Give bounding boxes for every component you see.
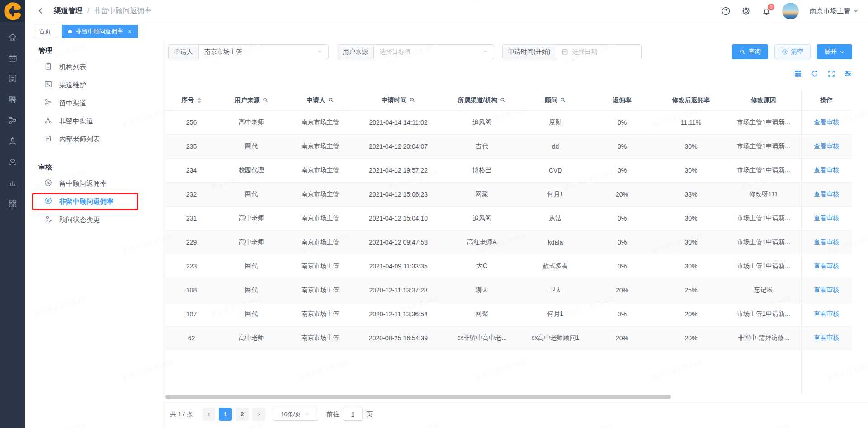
cell-consultant: 款式多看 — [523, 262, 588, 270]
sidebar-item-非留中顾问返佣率[interactable]: 非留中顾问返佣率 — [25, 193, 164, 211]
page-size-select[interactable]: 10条/页 — [273, 408, 318, 421]
chevron-down-icon — [317, 48, 323, 56]
logo-icon — [3, 2, 22, 21]
total-count: 共 17 条 — [170, 410, 193, 419]
clear-button[interactable]: 清空 — [774, 44, 811, 59]
goto-page-input[interactable] — [343, 408, 363, 421]
sidebar-item-机构列表[interactable]: 机构列表 — [25, 58, 164, 76]
column-header-applicant[interactable]: 申请人 — [285, 96, 355, 104]
avatar[interactable] — [782, 3, 799, 19]
cell-time: 2020-12-11 13:36:54 — [355, 310, 441, 318]
back-button[interactable] — [35, 5, 47, 17]
help-icon[interactable] — [721, 6, 731, 16]
cell-op: 查看审核 — [801, 142, 852, 151]
rail-item-home[interactable] — [0, 28, 25, 48]
fixed-column-divider — [801, 90, 802, 394]
prev-page-button[interactable] — [202, 408, 215, 421]
tab-current[interactable]: 非留中顾问返佣率 × — [62, 25, 138, 38]
cell-consultant: CVD — [523, 167, 588, 174]
rail-item-apps[interactable] — [0, 194, 25, 215]
column-header-time[interactable]: 申请时间 — [355, 96, 441, 104]
sliders-icon[interactable] — [844, 70, 852, 78]
cell-seq: 229 — [165, 239, 217, 246]
applicant-select[interactable]: 南京市场主管 — [199, 45, 328, 59]
cell-time: 2021-04-12 15:06:23 — [355, 191, 441, 198]
search-icon — [500, 97, 506, 104]
cell-op: 查看审核 — [801, 310, 852, 318]
column-header-source[interactable]: 用户来源 — [217, 96, 285, 104]
search-button[interactable]: 查询 — [732, 44, 768, 59]
next-page-button[interactable] — [252, 408, 265, 421]
sidebar-item-顾问状态变更[interactable]: 顾问状态变更 — [25, 211, 164, 229]
cell-reason: 市场主管1申请新... — [726, 262, 801, 270]
share-nodes-icon — [8, 115, 18, 127]
view-audit-link[interactable]: 查看审核 — [814, 118, 839, 126]
cell-source: 校园代理 — [217, 166, 285, 174]
rail-item-form[interactable] — [0, 69, 25, 90]
gear-icon[interactable] — [741, 6, 751, 16]
cell-reason: 市场主管1申请新... — [726, 142, 801, 151]
cell-new_rate: 30% — [656, 215, 726, 222]
horizontal-scrollbar[interactable] — [165, 395, 671, 399]
rail-item-bar-chart[interactable] — [0, 173, 25, 194]
table-row: 62高中老师南京市场主管2020-08-25 16:54:39cx非留中高中老.… — [165, 326, 852, 350]
tab-close-icon[interactable]: × — [128, 28, 132, 34]
view-audit-link[interactable]: 查看审核 — [814, 310, 839, 317]
cell-new_rate: 25% — [656, 287, 726, 294]
view-audit-link[interactable]: 查看审核 — [814, 214, 839, 221]
rail-item-share-nodes[interactable] — [0, 111, 25, 132]
rail-item-teacher[interactable] — [0, 132, 25, 152]
cell-channel: 聊天 — [441, 286, 523, 294]
cell-new_rate: 11.11% — [656, 119, 726, 126]
page-button-1[interactable]: 1 — [219, 408, 232, 421]
user-menu[interactable]: 南京市场主管 — [810, 7, 858, 15]
view-audit-link[interactable]: 查看审核 — [814, 262, 839, 269]
expand-button[interactable]: 展开 — [817, 44, 852, 59]
breadcrumb-section[interactable]: 渠道管理 — [54, 6, 83, 16]
expand-icon[interactable] — [827, 70, 835, 78]
sidebar-item-label: 非留中顾问返佣率 — [59, 198, 113, 206]
view-audit-link[interactable]: 查看审核 — [814, 142, 839, 150]
cell-applicant: 南京市场主管 — [285, 214, 355, 222]
view-audit-link[interactable]: 查看审核 — [814, 238, 839, 245]
rail-item-care[interactable] — [0, 152, 25, 173]
source-select[interactable]: 选择目标值 — [374, 45, 494, 59]
sidebar-item-留中顾问返佣率[interactable]: 留中顾问返佣率 — [25, 174, 164, 193]
tab-home[interactable]: 首页 — [33, 25, 57, 38]
view-audit-link[interactable]: 查看审核 — [814, 190, 839, 198]
sidebar-item-内部老师列表[interactable]: 内部老师列表 — [25, 130, 164, 148]
bell-icon[interactable]: 0 — [762, 6, 771, 16]
breadcrumb-current: 非留中顾问返佣率 — [94, 6, 151, 16]
view-audit-link[interactable]: 查看审核 — [814, 166, 839, 174]
column-header-channel[interactable]: 所属渠道/机构 — [441, 96, 523, 104]
sidebar-item-渠道维护[interactable]: 渠道维护 — [25, 76, 164, 94]
cell-applicant: 南京市场主管 — [285, 190, 355, 198]
cell-rate: 0% — [588, 215, 656, 222]
rail-item-recruit[interactable]: 聘 — [0, 90, 25, 111]
cell-channel: 高红老师A — [441, 238, 523, 246]
grid-icon[interactable] — [794, 70, 802, 78]
view-audit-link[interactable]: 查看审核 — [814, 286, 839, 293]
date-picker[interactable]: 选择日期 — [556, 45, 641, 59]
page-button-2[interactable]: 2 — [236, 408, 249, 421]
filter-source: 用户来源 选择目标值 — [337, 44, 494, 59]
column-header-seq[interactable]: 序号 — [165, 96, 217, 104]
column-header-op: 操作 — [801, 96, 852, 104]
table-toolbar — [794, 70, 852, 78]
rail-item-calendar[interactable] — [0, 48, 25, 69]
refresh-icon[interactable] — [811, 70, 819, 78]
sort-icon[interactable] — [197, 97, 202, 103]
sidebar-item-留中渠道[interactable]: 留中渠道 — [25, 94, 164, 112]
view-audit-link[interactable]: 查看审核 — [814, 334, 839, 341]
column-label: 操作 — [820, 96, 833, 104]
sidebar-item-label: 留中渠道 — [59, 99, 86, 108]
cell-rate: 0% — [588, 167, 656, 174]
cell-rate: 0% — [588, 143, 656, 150]
table-row: 107网代南京市场主管2020-12-11 13:36:54网聚何月10%20%… — [165, 302, 852, 326]
column-header-consultant[interactable]: 顾问 — [523, 96, 588, 104]
table-row: 232网代南京市场主管2021-04-12 15:06:23网聚何月120%33… — [165, 183, 852, 207]
cell-seq: 62 — [165, 334, 217, 342]
cell-reason: 忘记啦 — [726, 286, 801, 294]
sidebar-item-非留中渠道[interactable]: 非留中渠道 — [25, 112, 164, 130]
cell-time: 2021-04-12 09:47:58 — [355, 239, 441, 246]
